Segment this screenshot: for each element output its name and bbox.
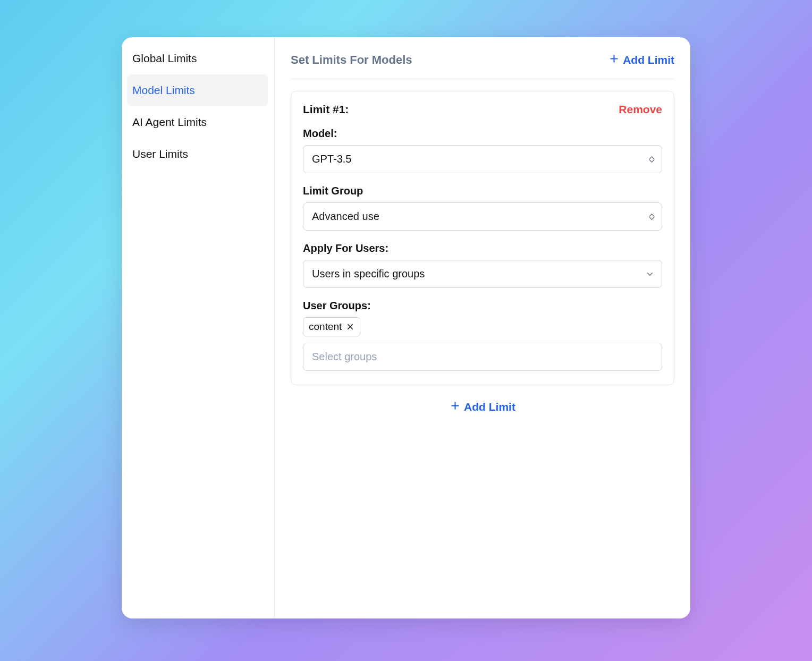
limit-title: Limit #1:	[303, 103, 349, 116]
limit-card-header: Limit #1: Remove	[303, 103, 662, 116]
apply-for-users-select[interactable]: Users in specific groups	[303, 260, 662, 288]
limit-group-label: Limit Group	[303, 185, 662, 197]
add-limit-label: Add Limit	[464, 401, 515, 413]
settings-panel: Global Limits Model Limits AI Agent Limi…	[122, 37, 690, 618]
plus-icon	[608, 53, 620, 67]
plus-icon	[450, 400, 461, 414]
add-limit-label: Add Limit	[623, 54, 674, 66]
user-groups-label: User Groups:	[303, 300, 662, 312]
sidebar-item-user-limits[interactable]: User Limits	[127, 138, 268, 170]
model-label: Model:	[303, 128, 662, 140]
user-groups-field: User Groups: content	[303, 300, 662, 371]
tag-remove-button[interactable]	[346, 323, 354, 331]
limit-group-select[interactable]: Advanced use	[303, 202, 662, 231]
apply-for-users-label: Apply For Users:	[303, 242, 662, 255]
remove-limit-button[interactable]: Remove	[619, 103, 662, 116]
user-group-tag: content	[303, 317, 360, 336]
model-select[interactable]: GPT-3.5	[303, 145, 662, 173]
sidebar-item-global-limits[interactable]: Global Limits	[127, 43, 268, 74]
sidebar: Global Limits Model Limits AI Agent Limi…	[122, 37, 275, 618]
sidebar-item-ai-agent-limits[interactable]: AI Agent Limits	[127, 106, 268, 138]
tag-label: content	[309, 321, 342, 333]
limit-card: Limit #1: Remove Model: GPT-3.5 Limit Gr…	[291, 91, 674, 385]
add-limit-button-bottom[interactable]: Add Limit	[450, 400, 515, 414]
page-title: Set Limits For Models	[291, 53, 412, 67]
limit-group-field: Limit Group Advanced use	[303, 185, 662, 231]
apply-for-users-field: Apply For Users: Users in specific group…	[303, 242, 662, 288]
add-limit-button-top[interactable]: Add Limit	[608, 53, 674, 67]
main-content: Set Limits For Models Add Limit Limit #1…	[275, 37, 690, 618]
user-groups-input[interactable]	[303, 343, 662, 371]
footer-add-row: Add Limit	[291, 400, 674, 414]
user-groups-tags: content	[303, 317, 662, 336]
section-header: Set Limits For Models Add Limit	[291, 53, 674, 79]
model-field: Model: GPT-3.5	[303, 128, 662, 173]
sidebar-item-model-limits[interactable]: Model Limits	[127, 74, 268, 106]
